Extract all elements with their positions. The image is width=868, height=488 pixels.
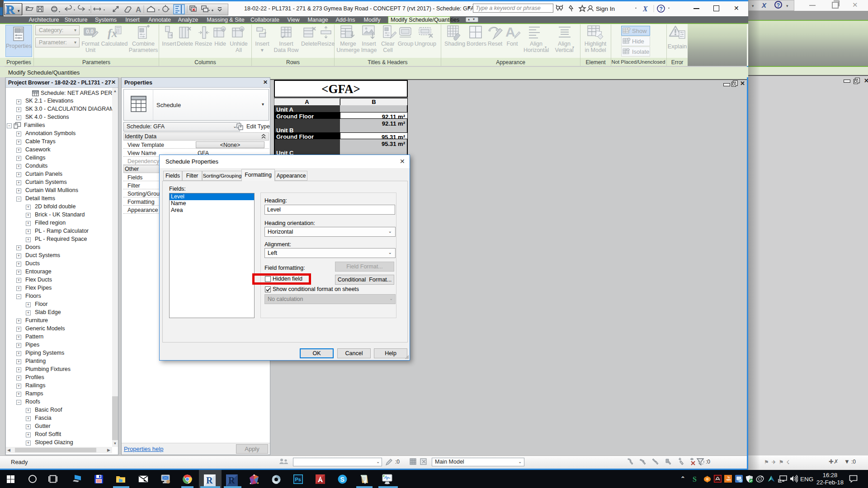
svg-text:Ps: Ps (295, 477, 301, 482)
svg-text:R: R (228, 475, 235, 485)
svg-text:S: S (340, 476, 344, 483)
svg-text:R: R (206, 475, 213, 485)
svg-text:fx: fx (108, 27, 118, 40)
svg-text:A: A (505, 25, 515, 39)
svg-text:R: R (5, 3, 15, 15)
svg-text:?: ? (660, 6, 663, 12)
svg-text:A: A (136, 5, 141, 14)
svg-text:S: S (693, 475, 697, 483)
svg-text:Sign In: Sign In (596, 5, 615, 12)
svg-text:X: X (642, 5, 648, 13)
